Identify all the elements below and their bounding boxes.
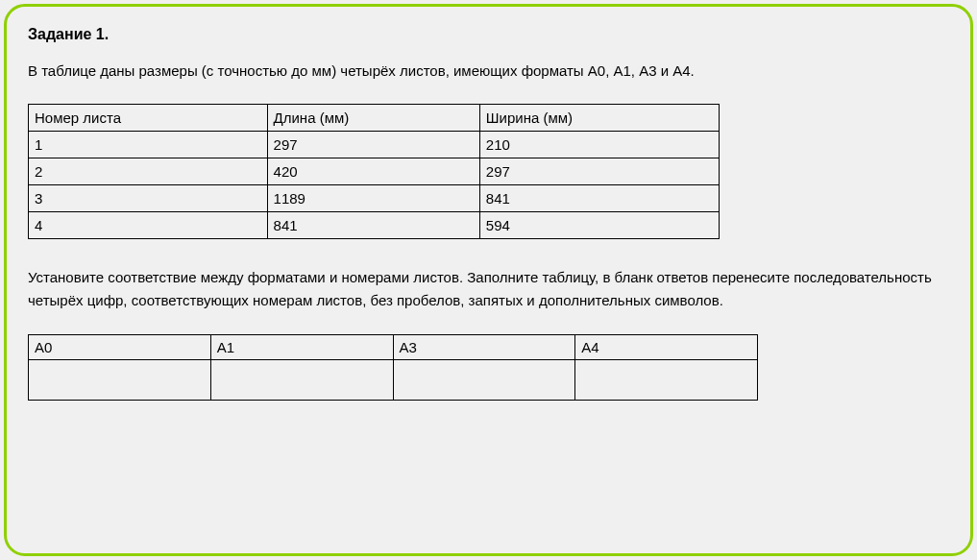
cell: 2: [29, 158, 268, 184]
answer-header-2: А3: [393, 335, 575, 360]
answer-header-3: А4: [575, 335, 758, 360]
task-card: Задание 1. В таблице даны размеры (с точ…: [4, 4, 973, 556]
data-header-1: Длина (мм): [267, 104, 479, 131]
cell: 297: [479, 158, 719, 184]
cell: 4: [29, 211, 268, 238]
task-instructions: Установите соответствие между форматами …: [28, 266, 949, 314]
table-row: 4 841 594: [29, 211, 720, 238]
cell: 1189: [267, 184, 479, 211]
answer-header-0: А0: [29, 335, 211, 360]
data-table: Номер листа Длина (мм) Ширина (мм) 1 297…: [28, 104, 720, 239]
task-title: Задание 1.: [28, 26, 949, 43]
answer-cell-0[interactable]: [29, 360, 211, 401]
answer-cell-2[interactable]: [393, 360, 575, 401]
data-header-0: Номер листа: [29, 104, 268, 131]
table-row: 2 420 297: [29, 158, 720, 184]
cell: 3: [29, 184, 268, 211]
answer-cell-3[interactable]: [575, 360, 758, 401]
answer-cell-1[interactable]: [210, 360, 393, 401]
answer-header-1: А1: [210, 335, 393, 360]
cell: 297: [267, 131, 479, 158]
answer-table: А0 А1 А3 А4: [28, 334, 758, 401]
table-row: 1 297 210: [29, 131, 720, 158]
cell: 210: [479, 131, 719, 158]
cell: 594: [479, 211, 719, 238]
cell: 420: [267, 158, 479, 184]
table-row: 3 1189 841: [29, 184, 720, 211]
cell: 841: [479, 184, 719, 211]
task-intro: В таблице даны размеры (с точностью до м…: [28, 61, 949, 83]
cell: 841: [267, 211, 479, 238]
data-header-2: Ширина (мм): [479, 104, 719, 131]
answer-row: [29, 360, 758, 401]
cell: 1: [29, 131, 268, 158]
